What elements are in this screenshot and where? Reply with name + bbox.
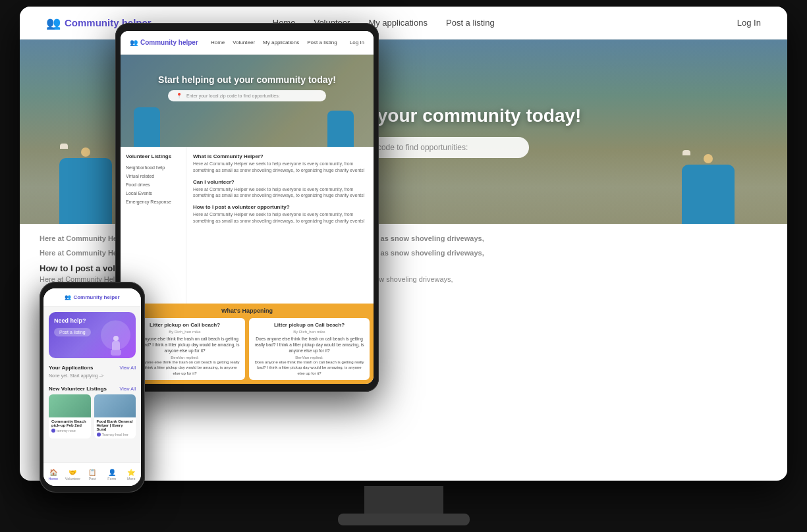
wh-card-reply-text-0: Does anyone else think the trash on cali… [128, 359, 241, 376]
phone-nav-post[interactable]: 📋 Post [82, 469, 102, 481]
phone-listings-title: New Volunteer Listings [49, 386, 107, 392]
tablet-logo-icon: 👥 [130, 39, 138, 46]
tab-nav-volunteer[interactable]: Volunteer [233, 40, 255, 45]
phone-frame: 👥 Community helper Need help? Post a lis… [40, 282, 145, 492]
phone-logo: 👥 Community helper [65, 294, 119, 300]
wh-card-reply-text-1: Does anyone else think the trash on cali… [253, 359, 366, 376]
tablet-body: Volunteer Listings Neighborhood help Vir… [121, 147, 374, 304]
tab-nav-post[interactable]: Post a listing [307, 40, 337, 45]
tablet-sidebar-title: Volunteer Listings [126, 153, 181, 159]
phone-nav-form[interactable]: 👤 Form [102, 469, 122, 481]
sidebar-item-2[interactable]: Food drives [126, 180, 181, 189]
phone-listing-dot-1 [97, 433, 101, 437]
phone-applications-section: Your Applications View All None yet. Sta… [43, 361, 141, 382]
phone-post-listing-btn[interactable]: Post a listing [54, 328, 91, 336]
sidebar-item-0[interactable]: Neighborhood help [126, 163, 181, 172]
tablet-faq-text-2: Here at Community Helper we seek to help… [193, 211, 367, 225]
tablet-faq-title-0: What is Community Helper? [193, 153, 367, 159]
monitor-base [338, 514, 470, 525]
phone-nav-more[interactable]: ⭐ More [121, 469, 141, 481]
tablet-faq-1: Can I volunteer? Here at Community Helpe… [193, 179, 367, 200]
tablet-nav: 👥 Community helper Home Volunteer My app… [121, 31, 374, 55]
phone-listing-badge-0: tommy rose [51, 429, 88, 433]
tablet-login[interactable]: Log In [350, 40, 364, 45]
person-right [682, 154, 735, 224]
phone-listings-header: New Volunteer Listings View All [49, 386, 136, 392]
phone-applications-view-all[interactable]: View All [120, 365, 136, 370]
form-icon: 👤 [108, 469, 116, 476]
tab-nav-home[interactable]: Home [211, 40, 225, 45]
phone-listings-view-all[interactable]: View All [120, 386, 136, 391]
post-icon: 📋 [88, 469, 96, 476]
phone-listing-img-1 [94, 394, 136, 417]
tablet-screen: 👥 Community helper Home Volunteer My app… [121, 31, 374, 384]
tablet-faq-title-1: Can I volunteer? [193, 179, 367, 185]
tablet-search-placeholder: Enter your local zip code to find opport… [186, 93, 280, 98]
more-icon: ⭐ [127, 469, 135, 476]
wh-card-author-1: By Rich_hen mike [253, 330, 366, 334]
phone-listing-org-0: tommy rose [57, 429, 76, 433]
whats-happening-cards: Litter pickup on Cali beach? By Rich_hen… [125, 318, 370, 380]
tablet-faq-text-0: Here at Community Helper we seek to help… [193, 161, 367, 174]
tablet-sidebar: Volunteer Listings Neighborhood help Vir… [121, 147, 186, 304]
wh-card-1: Litter pickup on Cali beach? By Rich_hen… [249, 318, 370, 380]
phone-listing-1[interactable]: Food Bank General Helper | Every Sund Te… [94, 394, 136, 439]
phone-listing-title-1: Food Bank General Helper | Every Sund [97, 419, 134, 431]
nav-post[interactable]: Post a listing [446, 18, 495, 28]
phone-nav: 👥 Community helper [43, 288, 141, 307]
phone-hero-card: Need help? Post a listing [49, 312, 136, 358]
sidebar-item-3[interactable]: Local Events [126, 189, 181, 198]
tablet-faq-2: How to I post a volunteer opportunity? H… [193, 204, 367, 225]
phone-screen: 👥 Community helper Need help? Post a lis… [43, 288, 141, 486]
wh-card-text-1: Does anyone else think the trash on cali… [253, 336, 366, 354]
desktop-login[interactable]: Log In [737, 18, 761, 28]
whats-happening-section: What's Happening Litter pickup on Cali b… [121, 304, 374, 384]
phone-listings-row: Community Beach pick-up Feb 2nd tommy ro… [49, 394, 136, 439]
tablet-nav-links: Home Volunteer My applications Post a li… [211, 40, 337, 45]
tablet-faq-text-1: Here at Community Helper we seek to help… [193, 186, 367, 200]
wh-card-title-1: Litter pickup on Cali beach? [253, 322, 366, 328]
tablet-app-name: Community helper [140, 39, 198, 46]
phone-nav-volunteer[interactable]: 🤝 Volunteer [63, 469, 83, 481]
tablet-logo: 👥 Community helper [130, 39, 198, 46]
person-left [59, 147, 112, 224]
phone-listings-section: New Volunteer Listings View All Communit… [43, 382, 141, 442]
phone-nav-home[interactable]: 🏠 Home [43, 469, 63, 481]
tablet-frame: 👥 Community helper Home Volunteer My app… [115, 23, 379, 392]
phone-nav-home-label: Home [48, 477, 58, 481]
phone-app-name: Community helper [73, 294, 119, 300]
sidebar-item-1[interactable]: Virtual related [126, 172, 181, 180]
phone-logo-icon: 👥 [65, 294, 71, 300]
phone-listing-title-0: Community Beach pick-up Feb 2nd [51, 419, 88, 427]
phone-applications-empty: None yet. Start applying -> [49, 373, 136, 378]
phone-applications-title: Your Applications [49, 365, 94, 371]
phone-listing-dot-0 [51, 429, 55, 433]
volunteer-icon: 🤝 [69, 469, 76, 476]
whats-happening-title: What's Happening [125, 307, 370, 314]
tablet-person-left [134, 107, 160, 147]
phone-applications-header: Your Applications View All [49, 365, 136, 371]
tablet-search[interactable]: 📍 Enter your local zip code to find oppo… [168, 90, 326, 101]
tablet-faq-title-2: How to I post a volunteer opportunity? [193, 204, 367, 210]
scene: 👥 Community helper Home Volunteer My app… [0, 0, 807, 532]
phone-nav-more-label: More [127, 477, 136, 481]
phone-listing-org-1: Teamsy heal her [102, 433, 128, 437]
sidebar-item-4[interactable]: Emergency Response [126, 198, 181, 206]
wh-card-title-0: Litter pickup on Cali beach? [128, 322, 241, 328]
phone-nav-post-label: Post [88, 477, 96, 481]
tablet-location-icon: 📍 [176, 93, 182, 99]
tablet-person-right [327, 111, 354, 147]
phone-listing-info-1: Food Bank General Helper | Every Sund Te… [94, 417, 136, 439]
tablet-hero-title: Start helping out your community today! [121, 55, 374, 85]
phone-listing-badge-1: Teamsy heal her [97, 433, 134, 437]
tab-nav-applications[interactable]: My applications [263, 40, 299, 45]
wh-card-author-0: By Rich_hen mike [128, 330, 241, 334]
phone-listing-0[interactable]: Community Beach pick-up Feb 2nd tommy ro… [49, 394, 91, 439]
phone-hero-figure [109, 336, 123, 354]
wh-card-text-0: Does anyone else think the trash on cali… [128, 336, 241, 354]
tablet: 👥 Community helper Home Volunteer My app… [115, 23, 379, 392]
phone-listing-img-0 [49, 394, 91, 417]
phone: 👥 Community helper Need help? Post a lis… [40, 282, 145, 492]
phone-nav-volunteer-label: Volunteer [65, 477, 80, 481]
logo-icon: 👥 [46, 16, 61, 30]
